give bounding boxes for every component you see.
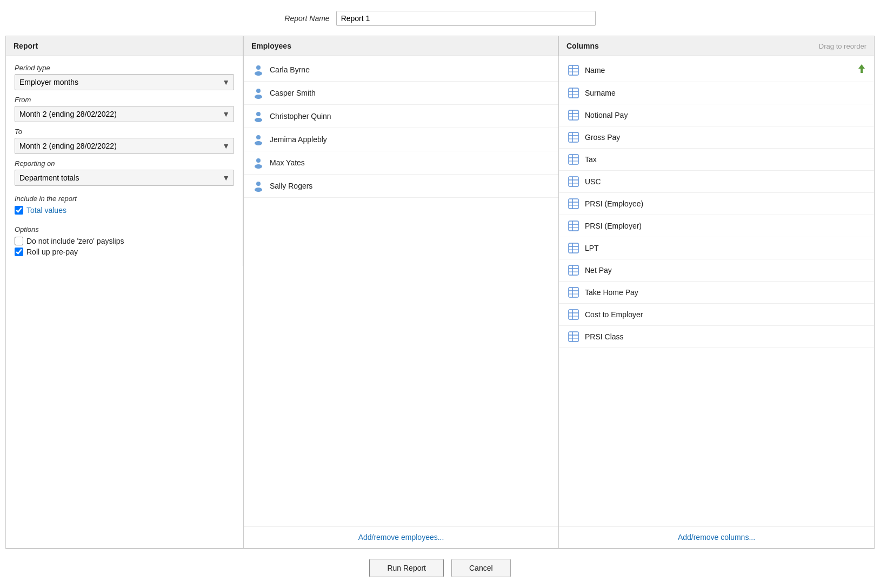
rollup-row: Roll up pre-pay bbox=[15, 248, 234, 256]
employee-name: Sally Rogers bbox=[270, 182, 312, 190]
employee-icon bbox=[252, 133, 264, 145]
column-icon bbox=[568, 87, 579, 99]
employee-row[interactable]: Sally Rogers bbox=[244, 175, 558, 198]
zero-payslips-label: Do not include 'zero' payslips bbox=[26, 237, 124, 245]
period-type-group: Period type Employer months Tax months W… bbox=[15, 64, 234, 90]
svg-rect-37 bbox=[569, 199, 578, 209]
employees-col-title: Employees bbox=[251, 42, 291, 50]
column-name: Name bbox=[585, 66, 605, 75]
employee-row[interactable]: Carla Byrne bbox=[244, 58, 558, 82]
columns-col-title: Columns bbox=[566, 42, 599, 50]
svg-point-5 bbox=[255, 118, 262, 122]
column-icon bbox=[568, 309, 579, 320]
svg-rect-53 bbox=[569, 288, 578, 297]
column-icon bbox=[568, 109, 579, 121]
reporting-on-select[interactable]: Department totals Individual Company tot… bbox=[15, 170, 234, 186]
employee-row[interactable]: Christopher Quinn bbox=[244, 105, 558, 128]
report-col-title: Report bbox=[14, 42, 38, 50]
zero-payslips-row: Do not include 'zero' payslips bbox=[15, 237, 234, 245]
column-row[interactable]: PRSI (Employer) bbox=[559, 215, 874, 237]
bottom-bar: Run Report Cancel bbox=[5, 549, 875, 583]
column-name: PRSI (Employer) bbox=[585, 222, 642, 230]
report-name-input[interactable] bbox=[336, 11, 596, 26]
from-group: From Month 2 (ending 28/02/2022) Month 1… bbox=[15, 96, 234, 122]
employee-icon bbox=[252, 157, 264, 169]
reporting-on-group: Reporting on Department totals Individua… bbox=[15, 159, 234, 186]
period-type-select[interactable]: Employer months Tax months Weeks Fortnig… bbox=[15, 74, 234, 90]
svg-rect-25 bbox=[569, 132, 578, 142]
employee-icon bbox=[252, 64, 264, 76]
employee-row[interactable]: Casper Smith bbox=[244, 82, 558, 105]
zero-payslips-checkbox[interactable] bbox=[15, 237, 23, 245]
svg-rect-49 bbox=[569, 265, 578, 275]
column-name: Tax bbox=[585, 155, 597, 164]
from-select[interactable]: Month 2 (ending 28/02/2022) Month 1 (end… bbox=[15, 106, 234, 122]
columns-col: Columns Drag to reorder Name Surname bbox=[559, 36, 874, 548]
rollup-checkbox[interactable] bbox=[15, 248, 23, 256]
total-values-checkbox[interactable] bbox=[15, 206, 23, 215]
add-remove-columns-link[interactable]: Add/remove columns... bbox=[559, 526, 874, 548]
employee-row[interactable]: Jemima Applebly bbox=[244, 128, 558, 151]
employee-icon bbox=[252, 110, 264, 122]
column-row[interactable]: Surname bbox=[559, 82, 874, 104]
period-type-select-wrapper: Employer months Tax months Weeks Fortnig… bbox=[15, 74, 234, 90]
svg-point-6 bbox=[256, 135, 261, 139]
to-group: To Month 2 (ending 28/02/2022) Month 1 (… bbox=[15, 128, 234, 154]
total-values-row: Total values bbox=[15, 206, 234, 215]
column-row[interactable]: Name bbox=[559, 58, 874, 82]
options-label: Options bbox=[15, 225, 234, 233]
column-name: Cost to Employer bbox=[585, 310, 643, 319]
column-icon bbox=[568, 131, 579, 143]
column-row[interactable]: USC bbox=[559, 171, 874, 193]
employee-name: Casper Smith bbox=[270, 89, 316, 97]
add-remove-employees-link[interactable]: Add/remove employees... bbox=[244, 526, 558, 548]
page-wrapper: Report Name Report Period type Employer … bbox=[0, 0, 880, 588]
column-row[interactable]: PRSI Class bbox=[559, 326, 874, 348]
from-select-wrapper: Month 2 (ending 28/02/2022) Month 1 (end… bbox=[15, 106, 234, 122]
svg-point-10 bbox=[256, 182, 261, 186]
employees-col: Employees Carla Byrne Casper Smith Chris… bbox=[244, 36, 559, 548]
report-col: Report Period type Employer months Tax m… bbox=[6, 36, 244, 548]
to-select-wrapper: Month 2 (ending 28/02/2022) Month 1 (end… bbox=[15, 138, 234, 154]
employee-name: Christopher Quinn bbox=[270, 112, 331, 121]
svg-point-3 bbox=[255, 95, 262, 99]
employee-name: Jemima Applebly bbox=[270, 135, 327, 144]
up-arrow-icon bbox=[858, 63, 865, 77]
report-col-header: Report bbox=[6, 36, 243, 56]
column-row[interactable]: LPT bbox=[559, 237, 874, 259]
svg-rect-45 bbox=[569, 243, 578, 253]
cancel-button[interactable]: Cancel bbox=[451, 559, 511, 577]
column-icon bbox=[568, 220, 579, 232]
run-report-button[interactable]: Run Report bbox=[369, 559, 444, 577]
svg-point-8 bbox=[256, 158, 261, 163]
svg-point-1 bbox=[255, 71, 262, 76]
columns-col-header: Columns Drag to reorder bbox=[559, 36, 874, 56]
column-row[interactable]: Notional Pay bbox=[559, 104, 874, 126]
report-name-label: Report Name bbox=[284, 14, 329, 23]
report-name-row: Report Name bbox=[5, 11, 875, 26]
column-row[interactable]: PRSI (Employee) bbox=[559, 193, 874, 215]
column-icon bbox=[568, 153, 579, 165]
column-row[interactable]: Net Pay bbox=[559, 259, 874, 282]
svg-rect-12 bbox=[569, 65, 578, 75]
column-name: PRSI Class bbox=[585, 332, 624, 341]
column-row[interactable]: Cost to Employer bbox=[559, 304, 874, 326]
column-row[interactable]: Take Home Pay bbox=[559, 282, 874, 304]
employee-name: Max Yates bbox=[270, 158, 305, 167]
column-icon bbox=[568, 64, 579, 76]
column-name: Notional Pay bbox=[585, 111, 628, 119]
options-section: Options Do not include 'zero' payslips R… bbox=[15, 225, 234, 258]
svg-point-7 bbox=[255, 141, 262, 145]
employee-name: Carla Byrne bbox=[270, 65, 310, 74]
svg-rect-29 bbox=[569, 155, 578, 164]
svg-point-9 bbox=[255, 164, 262, 169]
column-row[interactable]: Gross Pay bbox=[559, 126, 874, 149]
reporting-on-select-wrapper: Department totals Individual Company tot… bbox=[15, 170, 234, 186]
svg-rect-61 bbox=[569, 332, 578, 342]
to-select[interactable]: Month 2 (ending 28/02/2022) Month 1 (end… bbox=[15, 138, 234, 154]
svg-rect-33 bbox=[569, 177, 578, 186]
employees-col-header: Employees bbox=[244, 36, 558, 56]
column-row[interactable]: Tax bbox=[559, 149, 874, 171]
employee-row[interactable]: Max Yates bbox=[244, 151, 558, 175]
from-label: From bbox=[15, 96, 234, 104]
